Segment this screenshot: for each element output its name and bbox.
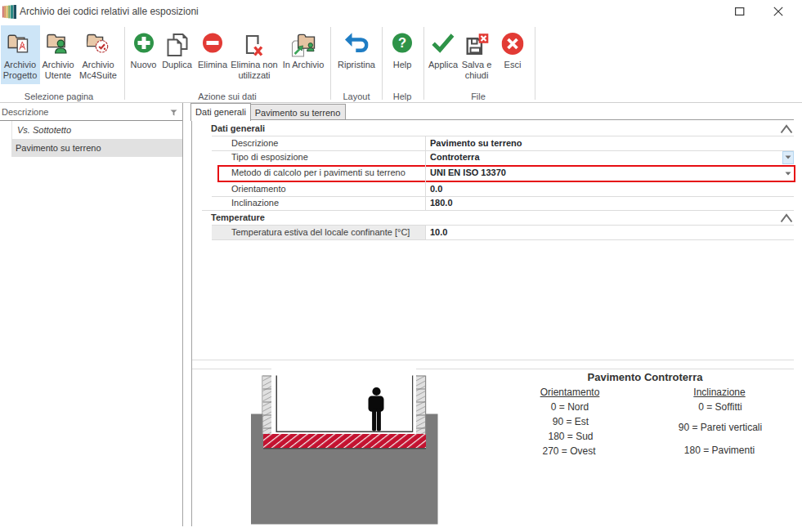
svg-text:?: ?: [398, 35, 406, 50]
